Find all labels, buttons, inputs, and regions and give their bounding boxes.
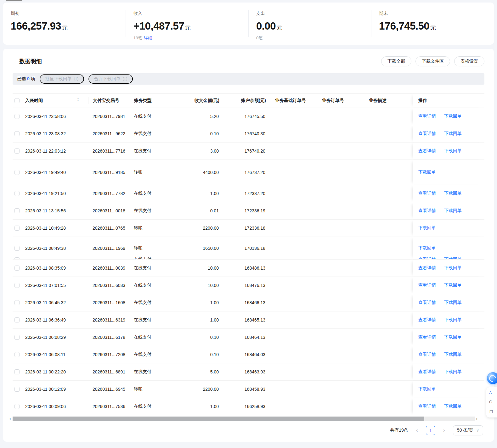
table-row: 2026-03-11 23:58:0620260311...7981在线支付5.…: [13, 108, 484, 125]
currency-unit: 元: [276, 24, 282, 31]
cell-account-type: 在线支付: [134, 398, 176, 415]
row-checkbox[interactable]: [14, 226, 20, 231]
view-detail-link[interactable]: 查看详情: [418, 131, 436, 137]
download-receipt-link[interactable]: 下载回单: [444, 114, 462, 119]
download-receipt-link[interactable]: 下载回单: [444, 148, 462, 154]
view-detail-link[interactable]: 查看详情: [418, 369, 436, 375]
scroll-left-arrow-icon[interactable]: ◂: [8, 417, 12, 421]
cell-amount: 10.00: [176, 266, 219, 271]
view-detail-link[interactable]: 查看详情: [418, 208, 436, 214]
table-settings-button[interactable]: 表格设置: [454, 56, 484, 66]
summary-label: 支出: [256, 11, 364, 16]
cell-transaction-id: 20260311...0039: [88, 266, 134, 271]
scroll-right-arrow-icon[interactable]: ▸: [475, 417, 479, 421]
cell-amount: 2200.00: [176, 387, 219, 392]
download-receipt-link[interactable]: 下载回单: [444, 334, 462, 340]
view-detail-link[interactable]: 查看详情: [418, 404, 436, 409]
column-header-transaction-id: 支付宝交易号: [88, 98, 134, 104]
row-checkbox[interactable]: [14, 352, 20, 357]
table-row: 2026-03-11 19:49:4020260311...9185转账4400…: [13, 160, 484, 185]
download-all-button[interactable]: 下载全部: [381, 56, 411, 66]
download-receipt-link[interactable]: 下载回单: [444, 300, 462, 305]
pagination-page-1-button[interactable]: 1: [426, 426, 435, 435]
cell-balance: 168464.03: [219, 352, 265, 357]
pagination-prev-button[interactable]: ‹: [414, 427, 420, 434]
download-receipt-link[interactable]: 下载回单: [444, 131, 462, 137]
cell-entry-time: 2026-03-11 00:12:09: [25, 387, 88, 392]
download-receipt-link[interactable]: 下载回单: [444, 265, 462, 271]
view-detail-link[interactable]: 查看详情: [418, 334, 436, 340]
row-checkbox[interactable]: [14, 148, 20, 154]
page-size-select[interactable]: 50 条/页∨: [453, 425, 483, 435]
row-checkbox[interactable]: [14, 114, 20, 119]
row-checkbox[interactable]: [14, 369, 20, 374]
assistant-menu-item[interactable]: C: [489, 400, 497, 404]
row-checkbox[interactable]: [14, 300, 20, 305]
download-receipt-link[interactable]: 下载回单: [444, 404, 462, 409]
income-count: 19笔: [133, 36, 142, 40]
sort-icon[interactable]: ▲▼: [77, 98, 79, 103]
row-actions: 查看详情下载回单: [413, 311, 484, 328]
cell-amount: 0.10: [176, 335, 219, 340]
cell-balance: 168464.13: [219, 335, 265, 340]
view-detail-link[interactable]: 查看详情: [418, 317, 436, 323]
row-checkbox[interactable]: [14, 387, 20, 392]
assistant-menu-item[interactable]: A: [489, 390, 497, 395]
cell-amount: 4400.00: [176, 170, 219, 175]
partially-hidden-row-type: 在线支付: [134, 257, 151, 259]
assistant-mascot-icon[interactable]: [487, 372, 497, 384]
download-receipt-link[interactable]: 下载回单: [418, 245, 436, 251]
download-receipt-link[interactable]: 下载回单: [418, 170, 436, 175]
summary-income: 收入 +10,487.57元 19笔详细: [126, 10, 248, 37]
select-all-checkbox[interactable]: [14, 98, 20, 103]
view-detail-link[interactable]: 查看详情: [418, 283, 436, 288]
column-header-balance: 账户余额(元): [226, 98, 266, 104]
download-receipt-link[interactable]: 下载回单: [444, 208, 462, 214]
cell-transaction-id: 20260311...6945: [88, 387, 134, 392]
view-detail-link[interactable]: 查看详情: [418, 300, 436, 305]
cell-entry-time: 2026-03-11 00:09:06: [25, 404, 88, 409]
pagination-next-button[interactable]: ›: [441, 427, 447, 434]
row-checkbox[interactable]: [14, 208, 20, 213]
table-row: 2026-03-11 06:45:3220260311...1608在线支付1.…: [13, 294, 484, 311]
cell-account-type: 在线支付: [134, 185, 176, 202]
row-checkbox[interactable]: [14, 266, 20, 271]
download-receipt-link[interactable]: 下载回单: [444, 191, 462, 196]
row-checkbox[interactable]: [14, 191, 20, 196]
row-checkbox[interactable]: [14, 170, 20, 175]
screenshot-artifact-line: [6, 0, 22, 1]
row-actions: 查看详情下载回单: [413, 346, 484, 363]
row-checkbox[interactable]: [14, 246, 20, 251]
download-receipt-link[interactable]: 下载回单: [444, 369, 462, 375]
row-checkbox[interactable]: [14, 317, 20, 322]
download-receipt-link[interactable]: 下载回单: [444, 283, 462, 288]
income-detail-link[interactable]: 详细: [144, 36, 152, 40]
row-checkbox[interactable]: [14, 404, 20, 409]
download-receipt-link[interactable]: 下载回单: [418, 225, 436, 231]
download-receipt-link[interactable]: 下载回单: [418, 386, 436, 392]
summary-value: 176,745.50元: [379, 20, 486, 32]
download-receipt-link[interactable]: 下载回单: [444, 317, 462, 323]
merge-download-receipts-button[interactable]: 合并下载回单i: [88, 74, 133, 84]
cell-account-type: 转账: [134, 381, 176, 398]
batch-download-receipts-button[interactable]: 批量下载回单i: [40, 74, 84, 84]
currency-unit: 元: [430, 24, 436, 31]
row-checkbox[interactable]: [14, 335, 20, 340]
horizontal-scrollbar[interactable]: ◂ ▸: [13, 417, 484, 421]
view-detail-link[interactable]: 查看详情: [418, 265, 436, 271]
view-detail-link[interactable]: 查看详情: [418, 148, 436, 154]
view-detail-link[interactable]: 查看详情: [418, 114, 436, 119]
assistant-menu-item[interactable]: 自: [489, 409, 497, 414]
summary-value: 166,257.93元: [11, 20, 118, 32]
cell-balance: 176737.20: [219, 170, 265, 175]
row-checkbox[interactable]: [14, 283, 20, 288]
view-detail-link[interactable]: 查看详情: [418, 191, 436, 196]
column-header-time[interactable]: 入账时间 ▲▼: [25, 98, 88, 104]
download-receipt-link[interactable]: 下载回单: [444, 352, 462, 357]
row-checkbox[interactable]: [14, 131, 20, 136]
scrollbar-thumb[interactable]: [13, 417, 424, 421]
download-file-area-button[interactable]: 下载文件区: [415, 56, 450, 66]
cell-amount: 1.00: [176, 300, 219, 305]
view-detail-link[interactable]: 查看详情: [418, 352, 436, 357]
cell-transaction-id: 20260311...7981: [88, 114, 134, 119]
